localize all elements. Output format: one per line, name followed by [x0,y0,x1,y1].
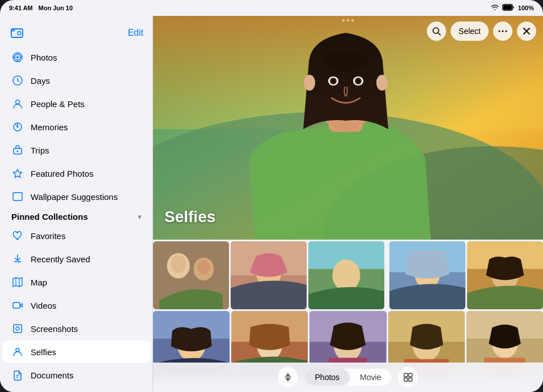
grid-button[interactable] [398,367,418,387]
svg-rect-21 [13,193,22,201]
photo-thumb-3[interactable] [308,241,384,309]
svg-point-37 [499,31,500,32]
photo-thumb-5[interactable] [467,241,543,309]
document-icon [11,369,24,381]
favorites-label: Favorites [31,231,141,241]
svg-point-8 [16,56,19,58]
sidebar-item-trips[interactable]: Trips [2,139,150,161]
select-button[interactable]: Select [451,22,489,41]
sidebar-item-favorites[interactable]: Favorites [2,224,150,247]
hero-section[interactable]: Selfies [153,16,543,240]
movie-tab[interactable]: Movie [350,369,391,386]
svg-point-29 [16,348,19,352]
status-date: Mon Jun 10 [39,5,73,11]
featured-label: Featured Photos [31,169,141,178]
app-container: Edit Photos [0,16,543,392]
photo-row-1 [153,240,543,309]
featured-icon [11,167,24,180]
svg-rect-25 [13,302,20,308]
svg-marker-19 [14,169,22,177]
svg-point-18 [17,151,19,152]
recently-saved-label: Recently Saved [31,254,141,264]
svg-point-54 [304,75,315,91]
svg-point-38 [502,31,504,32]
screenshots-label: Screenshots [31,324,141,334]
svg-point-5 [18,32,21,35]
pinned-collections-label: Pinned Collections [11,212,88,221]
trips-label: Trips [31,146,141,155]
svg-point-59 [171,255,186,272]
battery-percent: 100% [518,5,534,11]
sidebar-item-people[interactable]: People & Pets [2,92,150,115]
status-bar-right: 100% [491,4,534,12]
svg-rect-3 [11,29,15,31]
sidebar-item-wallpaper[interactable]: Wallpaper Suggestions [2,185,150,208]
wallpaper-label: Wallpaper Suggestions [31,192,141,202]
photo-thumb-2[interactable] [231,241,307,309]
svg-point-28 [16,327,19,330]
more-button[interactable] [493,22,512,41]
sidebar-item-videos[interactable]: Videos [2,294,150,317]
photos-icon [11,51,24,63]
status-bar-left: 9:41 AM Mon Jun 10 [9,5,73,11]
days-label: Days [31,76,141,86]
sidebar-item-photos[interactable]: Photos [2,46,150,69]
save-icon [11,253,24,265]
sidebar-item-selfies[interactable]: Selfies [2,340,150,363]
sidebar-item-recently-saved[interactable]: Recently Saved [2,248,150,270]
svg-rect-27 [14,325,22,333]
svg-marker-22 [13,278,22,287]
search-button[interactable] [427,22,446,41]
photo-thumb-4[interactable] [389,241,465,309]
sidebar-photos-icon [9,25,25,41]
toolbar: Select [420,16,543,46]
documents-label: Documents [31,370,141,380]
videos-label: Videos [31,301,141,310]
pinned-collections-header[interactable]: Pinned Collections ▾ [0,208,152,224]
top-center-dots [342,19,354,22]
svg-rect-93 [404,378,408,381]
screenshot-icon [11,322,24,335]
sidebar-item-documents[interactable]: Documents [2,364,150,386]
photos-label: Photos [31,53,141,62]
svg-point-53 [357,79,360,83]
sidebar-header: Edit [0,20,152,45]
dot-1 [342,19,345,22]
sidebar-item-memories[interactable]: Memories [2,116,150,138]
map-icon [11,276,24,288]
sidebar-item-recently-edited[interactable]: Recently Edited [2,387,150,392]
svg-rect-92 [409,373,412,377]
svg-rect-94 [409,378,412,381]
svg-point-60 [197,259,210,275]
sidebar-item-featured[interactable]: Featured Photos [2,162,150,185]
days-icon [11,74,24,87]
photo-thumb-1[interactable] [153,241,229,309]
svg-point-14 [16,100,20,104]
photos-tab[interactable]: Photos [305,369,350,386]
edit-button[interactable]: Edit [128,28,143,38]
status-bar: 9:41 AM Mon Jun 10 100% [0,0,543,16]
selfies-label: Selfies [31,347,141,357]
heart-icon [11,229,24,242]
close-button[interactable] [517,22,536,41]
svg-point-66 [332,259,360,291]
svg-line-36 [438,33,440,35]
memories-label: Memories [31,122,141,132]
sidebar-item-screenshots[interactable]: Screenshots [2,317,150,340]
sidebar: Edit Photos [0,16,153,392]
wallpaper-icon [11,190,24,203]
svg-point-55 [376,75,388,91]
dot-3 [351,19,354,22]
chevron-down-icon: ▾ [138,213,141,221]
video-icon [11,299,24,312]
hero-image: Selfies [153,16,543,240]
trips-icon [11,144,24,156]
wifi-icon [491,5,499,11]
svg-rect-1 [503,5,512,10]
map-label: Map [31,278,141,287]
sidebar-item-map[interactable]: Map [2,271,150,293]
selfie-icon [11,346,24,358]
sort-button[interactable] [278,367,298,387]
battery-icon [502,4,515,12]
sidebar-item-days[interactable]: Days [2,69,150,92]
